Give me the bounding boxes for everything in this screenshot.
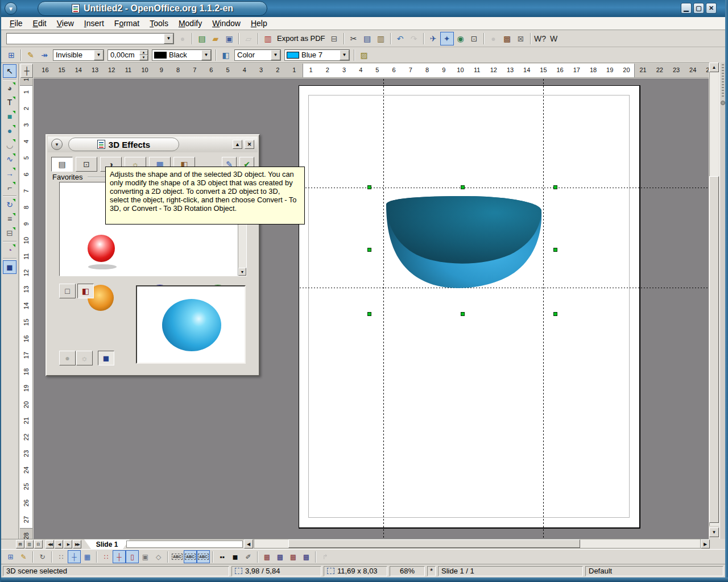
line-contour-icon[interactable]: ▩ bbox=[300, 550, 313, 563]
hscroll-left-button[interactable]: ◀ bbox=[244, 539, 253, 548]
title-bar[interactable]: ▼ Untitled2 - OpenOffice.org 1.1.2-en ▁▢… bbox=[1, 0, 728, 17]
menu-insert[interactable]: Insert bbox=[79, 18, 109, 29]
large-handles-icon[interactable]: ◼ bbox=[229, 550, 242, 563]
navigator-icon[interactable]: ✈ bbox=[427, 32, 440, 45]
insert-icon[interactable]: ◔ bbox=[3, 243, 16, 257]
selection-handle[interactable] bbox=[461, 185, 465, 189]
arrow-style-icon[interactable]: ↠ bbox=[38, 48, 51, 62]
spin-up-icon[interactable]: ▲ bbox=[139, 50, 148, 55]
new-document-icon[interactable]: ▤ bbox=[195, 32, 209, 45]
line-style-dropdown-icon[interactable]: ▼ bbox=[94, 50, 104, 60]
scroll-down-icon[interactable]: ▼ bbox=[238, 268, 246, 276]
select-icon[interactable]: ↖ bbox=[3, 64, 16, 78]
notes-view-button[interactable]: ▥ bbox=[25, 540, 34, 548]
edit-points-icon[interactable]: ⊞ bbox=[4, 550, 17, 563]
rotation-mode-icon[interactable]: ↻ bbox=[36, 550, 49, 563]
menu-view[interactable]: View bbox=[52, 18, 79, 29]
status-size[interactable]: 11,69 x 8,03 bbox=[324, 566, 387, 576]
rotate-icon[interactable]: ↻ bbox=[3, 198, 16, 211]
curve-icon[interactable]: ∿ bbox=[3, 152, 16, 166]
url-dropdown-icon[interactable]: ▼ bbox=[164, 34, 173, 44]
menu-window[interactable]: Window bbox=[207, 18, 246, 29]
snap-to-grid-icon[interactable]: ┼ bbox=[68, 550, 81, 563]
selection-handle[interactable] bbox=[553, 312, 557, 316]
status-slide[interactable]: Slide 1 / 1 bbox=[438, 566, 583, 576]
bezier-edit-icon[interactable]: ✦ bbox=[440, 32, 454, 45]
handout-view-button[interactable]: ⊟ bbox=[34, 540, 43, 548]
selection-handle[interactable] bbox=[553, 248, 557, 252]
edit-points-icon[interactable]: ⊞ bbox=[5, 48, 18, 62]
fill-can-icon[interactable]: ◧ bbox=[219, 48, 233, 62]
vscroll-up-button[interactable]: ▲ bbox=[709, 63, 719, 72]
slide-tab[interactable]: Slide 1 bbox=[84, 539, 130, 549]
dock-grip-strip[interactable] bbox=[719, 63, 725, 539]
3d-bowl-object[interactable] bbox=[371, 182, 559, 318]
minimize-button[interactable]: ▁ bbox=[681, 3, 692, 14]
lines-arrows-icon[interactable]: → bbox=[3, 167, 16, 180]
show-snap-lines-icon[interactable]: ∷ bbox=[100, 550, 113, 563]
nonprinting-icon[interactable]: ● bbox=[487, 32, 500, 45]
direct-edit-icon[interactable]: ✎ bbox=[17, 550, 30, 563]
line-color-select[interactable]: Black ▼ bbox=[152, 49, 212, 61]
text-placeholder-icon[interactable]: ▩ bbox=[287, 550, 300, 563]
picture-placeholder-icon[interactable]: ▩ bbox=[260, 550, 274, 563]
favorite-sphere-red[interactable] bbox=[88, 235, 115, 262]
show-grid-icon[interactable]: ∷ bbox=[55, 550, 68, 563]
vscroll-down-button[interactable]: ▼ bbox=[709, 527, 719, 537]
alignment-icon[interactable]: ≡ bbox=[3, 212, 16, 226]
line-pen-icon[interactable]: ✎ bbox=[24, 48, 38, 62]
dock-handle-icon[interactable] bbox=[721, 101, 725, 105]
arrange-icon[interactable]: ⊟ bbox=[3, 226, 16, 240]
help-agent-icon[interactable]: W? bbox=[533, 32, 547, 45]
shadow-icon[interactable]: ▨ bbox=[357, 48, 371, 62]
stop-loading-icon[interactable]: ● bbox=[176, 32, 189, 45]
ruler-origin-button[interactable]: ┼ bbox=[20, 64, 33, 78]
wireframe-display-button[interactable]: □ bbox=[59, 284, 76, 298]
snap-to-page-margins-icon[interactable]: ▯ bbox=[126, 550, 139, 563]
menu-help[interactable]: Help bbox=[246, 18, 272, 29]
status-layout[interactable]: Default bbox=[585, 566, 723, 576]
paste-icon[interactable]: ▥ bbox=[374, 32, 388, 45]
line-width-value[interactable]: 0,00cm bbox=[108, 51, 139, 59]
menu-edit[interactable]: Edit bbox=[28, 18, 52, 29]
maximize-button[interactable]: ▢ bbox=[693, 3, 704, 14]
undo-icon[interactable]: ↶ bbox=[394, 32, 407, 45]
favorites-tab-icon[interactable]: ▤ bbox=[51, 157, 73, 172]
save-icon[interactable]: ▣ bbox=[222, 32, 236, 45]
gallery-icon[interactable]: ▩ bbox=[500, 32, 514, 45]
redo-icon[interactable]: ↷ bbox=[407, 32, 421, 45]
dialog-menu-button[interactable]: ▼ bbox=[51, 139, 63, 150]
dialog-close-button[interactable]: ✕ bbox=[245, 140, 254, 149]
selection-handle[interactable] bbox=[367, 248, 371, 252]
hyperlink-icon[interactable]: ◉ bbox=[454, 32, 468, 45]
dialog-shade-button[interactable]: ▲ bbox=[233, 140, 242, 149]
exit-group-icon[interactable]: ↱ bbox=[318, 550, 332, 563]
shading-lamp-button[interactable]: ☼ bbox=[76, 351, 93, 365]
selection-handle[interactable] bbox=[367, 185, 371, 189]
geometry-tab-icon[interactable]: ⊡ bbox=[76, 157, 97, 172]
hscroll-thumb[interactable] bbox=[288, 539, 580, 548]
whats-this-icon[interactable]: W bbox=[547, 32, 561, 45]
fill-color-select[interactable]: Blue 7 ▼ bbox=[284, 49, 350, 61]
horizontal-ruler[interactable]: 1716151413121110987654321123456789101112… bbox=[34, 64, 709, 78]
clipboard-icon[interactable]: ⊠ bbox=[514, 32, 528, 45]
selection-handle[interactable] bbox=[553, 185, 557, 189]
cut-icon[interactable]: ✂ bbox=[347, 32, 361, 45]
menu-format[interactable]: Format bbox=[109, 18, 144, 29]
copy-icon[interactable]: ▤ bbox=[361, 32, 374, 45]
contour-mode-icon[interactable]: ▩ bbox=[274, 550, 287, 563]
line-width-spinner[interactable]: ▲▼ bbox=[139, 50, 148, 60]
hscroll-right-button[interactable]: ▶ bbox=[701, 539, 710, 548]
next-slide-button[interactable]: ▶ bbox=[64, 540, 72, 548]
first-slide-button[interactable]: ◀◀ bbox=[46, 540, 54, 548]
menu-modify[interactable]: Modify bbox=[173, 18, 207, 29]
url-combobox[interactable]: ▼ bbox=[6, 33, 174, 44]
select-text-area-icon[interactable]: ABC bbox=[184, 550, 197, 563]
export-pdf-label[interactable]: Export as PDF bbox=[277, 34, 325, 43]
line-width-input[interactable]: 0,00cm ▲▼ bbox=[107, 49, 148, 61]
snap-to-object-points-icon[interactable]: ◇ bbox=[152, 550, 165, 563]
fill-color-dropdown-icon[interactable]: ▼ bbox=[340, 50, 349, 60]
export-pdf-icon[interactable]: ▥ bbox=[261, 32, 275, 45]
menu-file[interactable]: File bbox=[5, 18, 28, 29]
preview-cube-button[interactable]: ◼ bbox=[98, 351, 114, 365]
